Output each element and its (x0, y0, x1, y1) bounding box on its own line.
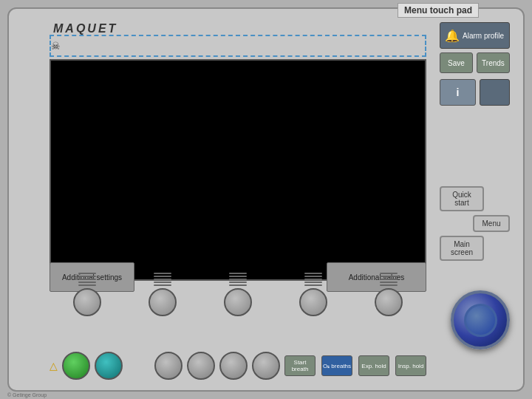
menu-button[interactable]: Menu (473, 215, 510, 232)
knob-3[interactable] (224, 288, 252, 316)
knob-line (154, 279, 171, 280)
alert-icon: △ (50, 360, 58, 372)
knob-line (154, 276, 171, 277)
quick-start-button[interactable]: Quick start (440, 186, 484, 211)
alarm-profile-button[interactable]: 🔔 Alarm profile (440, 22, 510, 49)
knob-line (380, 282, 398, 283)
ctrl-buttons: Quick start Menu Main screen (440, 186, 510, 261)
knob-line (380, 273, 398, 274)
info-button[interactable]: i (440, 79, 476, 106)
nav-bar: ☠ (50, 35, 426, 57)
small-knob-1[interactable] (154, 352, 183, 380)
copyright-text: © Getinge Group (7, 392, 47, 398)
knob-4[interactable] (299, 288, 327, 316)
trends-button[interactable]: Trends (477, 52, 510, 73)
knob-line (154, 282, 171, 283)
rotary-knob[interactable] (451, 290, 510, 349)
menu-touchpad-label: Menu touch pad (398, 3, 479, 18)
teal-button[interactable] (95, 352, 123, 380)
phys-btn-row: △ Start breath O₂ breaths Exp. hold Insp… (50, 352, 426, 380)
right-panel: 🔔 Alarm profile Save Trends i (440, 22, 510, 106)
knob-2[interactable] (149, 288, 177, 316)
o2-breaths-group: O₂ breaths (321, 355, 352, 376)
brand-logo: MAQUET (53, 22, 117, 35)
knob-line (304, 276, 322, 277)
exp-hold-button[interactable]: Exp. hold (358, 355, 389, 376)
knob-line (380, 276, 398, 277)
knob-line (154, 284, 171, 286)
small-knob-4[interactable] (252, 352, 280, 380)
info-row: i (440, 79, 510, 106)
start-breath-button[interactable]: Start breath (284, 355, 316, 376)
alarm-profile-label: Alarm profile (463, 32, 504, 40)
knob-line (380, 279, 398, 280)
action-buttons: Start breath O₂ breaths Exp. hold Insp. … (284, 355, 426, 376)
exp-hold-group: Exp. hold (358, 355, 389, 376)
person-icon: ☠ (51, 40, 61, 52)
knob-line (78, 273, 96, 274)
knob-lines-2 (154, 273, 171, 286)
insp-hold-group: Insp. hold (395, 355, 426, 376)
knob-group-2 (149, 273, 177, 316)
knob-lines-1 (78, 273, 96, 286)
save-trends-row: Save Trends (440, 52, 510, 73)
main-screen-button[interactable]: Main screen (440, 236, 484, 261)
knob-line (229, 284, 247, 286)
small-knob-3[interactable] (219, 352, 248, 380)
knob-group-1 (73, 273, 101, 316)
small-knob-2[interactable] (187, 352, 215, 380)
o2-breaths-button[interactable]: O₂ breaths (321, 355, 352, 376)
knob-line (304, 284, 322, 286)
dark-square-button[interactable] (480, 79, 510, 106)
device-body: Menu touch pad MAQUET ☠ 🔔 Alarm profile … (7, 7, 525, 392)
knob-line (229, 276, 247, 277)
green-power-button[interactable] (62, 352, 90, 380)
knob-line (304, 279, 322, 280)
knob-lines-4 (304, 273, 322, 286)
save-button[interactable]: Save (440, 52, 473, 73)
knob-line (78, 282, 96, 283)
knob-5[interactable] (375, 288, 403, 316)
knob-group-4 (299, 273, 327, 316)
knob-line (229, 282, 247, 283)
knob-line (154, 273, 171, 274)
alarm-icon: 🔔 (445, 29, 460, 43)
knob-line (304, 282, 322, 283)
rotary-knob-inner (464, 304, 497, 337)
knob-1[interactable] (73, 288, 101, 316)
knob-line (304, 273, 322, 274)
knob-line (78, 276, 96, 277)
knob-line (229, 273, 247, 274)
knob-line (78, 284, 96, 286)
knob-group-3 (224, 273, 252, 316)
knob-line (78, 279, 96, 280)
knob-line (229, 279, 247, 280)
knob-line (380, 284, 398, 286)
knob-lines-5 (380, 273, 398, 286)
knob-row (50, 273, 426, 316)
knob-lines-3 (229, 273, 247, 286)
main-display (50, 59, 426, 281)
start-breath-group: Start breath (284, 355, 316, 376)
insp-hold-button[interactable]: Insp. hold (395, 355, 426, 376)
knob-group-5 (375, 273, 403, 316)
